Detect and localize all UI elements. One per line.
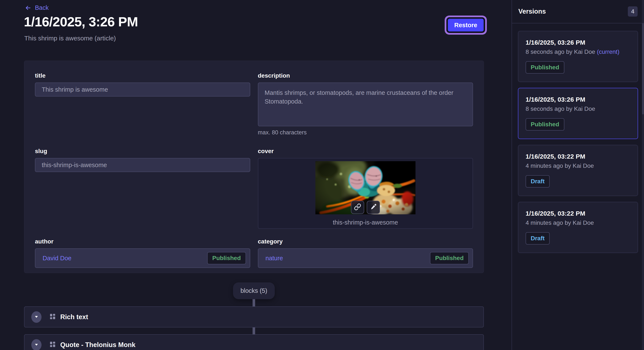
restore-button[interactable]: Restore (448, 19, 484, 31)
pencil-icon (370, 203, 377, 211)
slug-label: slug (35, 148, 250, 155)
back-label: Back (35, 4, 48, 11)
field-description: description Mantis shrimps, or stomatopo… (258, 72, 473, 136)
edit-image-button[interactable] (367, 201, 380, 214)
field-author: author David Doe Published (35, 238, 250, 268)
copy-link-button[interactable] (351, 201, 364, 214)
category-label: category (258, 238, 473, 245)
field-title: title This shrimp is awesome (35, 72, 250, 97)
version-meta: 4 minutes ago by Kai Doe (526, 163, 630, 169)
field-slug: slug this-shrimp-is-awesome (35, 148, 250, 172)
main-content: Back 1/16/2025, 3:26 PM This shrimp is a… (0, 0, 512, 350)
link-icon (354, 203, 361, 211)
slug-input[interactable]: this-shrimp-is-awesome (35, 158, 250, 172)
title-label: title (35, 72, 250, 79)
author-relation: David Doe Published (35, 248, 250, 268)
category-relation: nature Published (258, 248, 473, 268)
collapse-toggle-button[interactable] (31, 311, 42, 323)
cover-caption: this-shrimp-is-awesome (333, 219, 398, 226)
cover-box: this-shrimp-is-awesome (258, 158, 473, 229)
collapse-toggle-button[interactable] (31, 339, 42, 350)
drag-handle-icon[interactable] (50, 341, 56, 349)
connector-line (252, 299, 255, 307)
block-label: Rich text (60, 313, 88, 321)
chevron-down-icon (35, 315, 38, 319)
author-link[interactable]: David Doe (42, 255, 71, 262)
scrollbar-thumb[interactable] (642, 23, 644, 114)
author-status-badge: Published (207, 252, 246, 264)
cover-image-actions (351, 201, 380, 214)
blocks-count-pill[interactable]: blocks (5) (233, 282, 275, 299)
version-meta: 8 seconds ago by Kai Doe (current) (526, 48, 630, 55)
back-link[interactable]: Back (25, 4, 48, 11)
back-arrow-icon (25, 4, 32, 11)
current-tag: (current) (597, 48, 620, 55)
author-label: author (35, 238, 250, 245)
category-status-badge: Published (430, 252, 469, 264)
version-date: 1/16/2025, 03:22 PM (526, 210, 630, 217)
block-row-rich-text[interactable]: Rich text (24, 306, 484, 328)
version-card[interactable]: 1/16/2025, 03:22 PM 4 minutes ago by Kai… (518, 202, 638, 253)
versions-list: 1/16/2025, 03:26 PM 8 seconds ago by Kai… (512, 23, 644, 260)
category-link[interactable]: nature (266, 255, 283, 262)
version-meta: 4 minutes ago by Kai Doe (526, 219, 630, 226)
versions-title: Versions (518, 8, 546, 15)
version-status-badge: Draft (526, 175, 550, 187)
versions-sidebar: Versions 4 1/16/2025, 03:26 PM 8 seconds… (512, 0, 644, 350)
chevron-down-icon (35, 343, 38, 347)
description-hint: max. 80 characters (258, 129, 473, 136)
scrollbar-track[interactable] (642, 0, 644, 350)
cover-image (316, 161, 416, 214)
version-status-badge: Draft (526, 232, 550, 245)
page-title: 1/16/2025, 3:26 PM (24, 14, 138, 29)
version-date: 1/16/2025, 03:26 PM (526, 39, 630, 46)
history-page: Back 1/16/2025, 3:26 PM This shrimp is a… (0, 0, 644, 350)
version-status-badge: Published (526, 118, 564, 131)
description-label: description (258, 72, 473, 79)
block-label: Quote - Thelonius Monk (60, 341, 136, 349)
connector-line (252, 327, 255, 335)
field-category: category nature Published (258, 238, 473, 268)
version-date: 1/16/2025, 03:26 PM (526, 96, 630, 103)
version-meta: 8 seconds ago by Kai Doe (526, 105, 630, 112)
block-row-quote[interactable]: Quote - Thelonius Monk (24, 334, 484, 350)
version-card[interactable]: 1/16/2025, 03:26 PM 8 seconds ago by Kai… (518, 31, 638, 82)
page-subtitle: This shrimp is awesome (article) (24, 35, 116, 42)
title-input[interactable]: This shrimp is awesome (35, 82, 250, 97)
description-textarea[interactable]: Mantis shrimps, or stomatopods, are mari… (258, 82, 473, 126)
version-card-selected[interactable]: 1/16/2025, 03:26 PM 8 seconds ago by Kai… (518, 88, 638, 139)
version-date: 1/16/2025, 03:22 PM (526, 153, 630, 160)
cover-label: cover (258, 148, 473, 155)
version-status-badge: Published (526, 61, 564, 74)
versions-header: Versions 4 (512, 0, 644, 23)
drag-handle-icon[interactable] (50, 313, 56, 321)
versions-count-badge: 4 (628, 6, 638, 16)
entry-form-card: title This shrimp is awesome description… (24, 61, 484, 273)
version-card[interactable]: 1/16/2025, 03:22 PM 4 minutes ago by Kai… (518, 145, 638, 196)
field-cover: cover (258, 148, 473, 229)
